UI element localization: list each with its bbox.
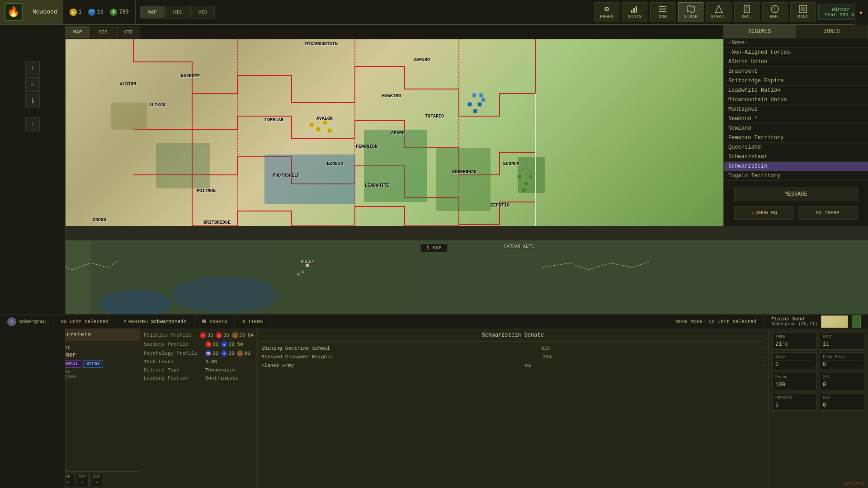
psychology-val3: 88: [244, 351, 250, 356]
oob-label: OOB: [659, 14, 667, 19]
resource-bar: ★ 1 🛡 16 $ 789: [63, 0, 136, 24]
status-unit: No Unit selected: [53, 314, 116, 328]
map-area[interactable]: MICAMOUNTAIN ZEMIRO NAXKOFF HAWKING ALBI…: [66, 39, 723, 226]
profile-politics-row: Politics Profile ★ 33 ♛ 33 ⚔ 33 64: [144, 332, 254, 338]
regime-montagnus[interactable]: Montagnus: [724, 105, 868, 114]
tab-map[interactable]: MAP: [140, 6, 165, 19]
svg-point-1: [606, 9, 608, 10]
smap-button[interactable]: S.MAP: [678, 2, 703, 22]
regime-braunsekt[interactable]: Braunsekt: [724, 67, 868, 76]
svg-rect-24: [436, 148, 491, 211]
terrain-coords: Sobergrau (69,21): [771, 322, 817, 327]
regime-non-aligned[interactable]: -Non-Aligned Forces-: [724, 48, 868, 57]
regime-schwarzstein[interactable]: Schwarzstein: [724, 162, 868, 171]
stat-recon: Recon 100: [772, 373, 817, 390]
status-assets[interactable]: 🏛 ASSETS: [194, 314, 235, 328]
map-canvas[interactable]: MICAMOUNTAIN ZEMIRO NAXKOFF HAWKING ALBI…: [66, 39, 723, 226]
items-label: ITEMS: [248, 319, 263, 324]
rep-button[interactable]: REP.: [762, 2, 788, 22]
nav-arrow[interactable]: ▶: [854, 0, 868, 25]
regime-micamountain[interactable]: Micamountain Union: [724, 95, 868, 105]
label-nucla: NUCLA: [301, 259, 314, 264]
svg-rect-30: [323, 121, 327, 124]
regime-britbridge[interactable]: Britbridge Empire: [724, 76, 868, 86]
regime-togalo[interactable]: Togalo Territory: [724, 171, 868, 181]
show-hq-button[interactable]: ✕ SHOW HQ: [734, 206, 794, 220]
nav-tabs: MAP HIS VID: [136, 0, 590, 24]
stat-temp-value: 21°c: [775, 341, 814, 347]
stat-imp-label: IMP: [79, 475, 86, 479]
stat-exp-label: EXP: [93, 475, 100, 479]
svg-rect-22: [264, 155, 355, 204]
regime-leadwhite[interactable]: Leadwhite Nation: [724, 86, 868, 95]
strat-label: STRAT.: [711, 14, 727, 19]
map-tab-vid[interactable]: VID: [116, 26, 141, 38]
svg-rect-33: [473, 109, 477, 113]
svg-rect-7: [659, 11, 666, 12]
sidebar-move[interactable]: ↑: [25, 117, 40, 131]
show-hq-label: SHOW HQ: [756, 210, 777, 216]
sidebar-zoom-in[interactable]: +: [25, 61, 40, 75]
profile-faction-row: Leading Faction Doctrinists: [144, 375, 254, 381]
senate-panel: Schwarzstein Senate Shining Doctrine Sch…: [258, 328, 769, 488]
regime-schwarzstaat[interactable]: Schwarzstaat: [724, 152, 868, 162]
senate-pct-1: 61%: [541, 346, 550, 351]
stat-temp-label: Temp: [775, 334, 814, 340]
map-tab-map[interactable]: MAP: [66, 26, 90, 38]
profile-society-icons: 👁 33 ♠ 33 50: [205, 341, 243, 347]
status-items[interactable]: ⚙ ITEMS: [235, 314, 271, 328]
prefs-button[interactable]: PREFS: [594, 2, 619, 22]
faction-icon: 🔥: [7, 6, 19, 18]
svg-rect-28: [310, 123, 313, 127]
go-there-button[interactable]: GO THERE: [798, 206, 858, 220]
move-mode: MOVE MODE: No Unit selected: [270, 319, 764, 324]
stat-imp-value: -: [81, 479, 84, 485]
stats-label: STATS: [628, 14, 642, 19]
profile-politics-icons: ★ 33 ♛ 33 ⚔ 33 64: [200, 332, 254, 338]
sidebar-zoom-out[interactable]: −: [25, 77, 40, 92]
tab-vid[interactable]: VID: [190, 6, 215, 19]
stats-button[interactable]: STATS: [622, 2, 647, 22]
society-icon1: 👁: [205, 341, 212, 347]
stat-rad-value: 0: [823, 402, 861, 408]
mini-button[interactable]: MINI: [790, 2, 816, 22]
regime-newbond[interactable]: Newbond *: [724, 114, 868, 124]
regime-list[interactable]: -None- -Non-Aligned Forces- Albion Union…: [724, 38, 868, 194]
money-value: 789: [119, 9, 129, 15]
svg-rect-31: [328, 129, 331, 132]
oob-button[interactable]: OOB: [650, 2, 675, 22]
map-title-bar: MAP HIS VID: [66, 25, 723, 39]
svg-rect-27: [111, 103, 147, 130]
strat-button[interactable]: STRAT.: [706, 2, 731, 22]
senate-row-2: Blessed Crusader Knights 30% -: [261, 353, 764, 361]
dec-button[interactable]: DEC.: [734, 2, 760, 22]
profile-tech-label: Tech Level: [144, 359, 203, 365]
stat-me-value: -: [66, 479, 70, 485]
stat-scav-value: 0: [775, 361, 814, 368]
top-right-buttons: PREFS STATS OOB S.MAP STRAT. DEC. REP.: [590, 0, 868, 24]
status-bar: ⊙ Sobergrau No Unit selected ⚑ REGIME: S…: [0, 314, 868, 328]
message-button[interactable]: MESSAGE: [734, 188, 858, 201]
tab-regimes[interactable]: REGIMES: [724, 25, 796, 38]
terrain-info: Plains Sand Sobergrau (69,21): [764, 315, 868, 328]
regime-pemanan[interactable]: Pemanan Territory: [724, 133, 868, 143]
stat-zoc: ZOC 0: [820, 373, 864, 390]
map-tab-his[interactable]: HIS: [91, 26, 115, 38]
stat-me-label: ME: [66, 475, 71, 479]
regime-none[interactable]: -None-: [724, 38, 868, 48]
psychology-icon3: ⚔: [237, 350, 243, 357]
sidebar-info[interactable]: ℹ: [25, 94, 40, 108]
regime-albion-union[interactable]: Albion Union: [724, 57, 868, 67]
profile-culture-value: Theocratic: [205, 367, 235, 373]
profile-society-label: Society Profile: [144, 342, 203, 347]
politics-val1: 33: [207, 333, 213, 338]
stat-exp-value: -: [95, 479, 99, 485]
prefs-label: PREFS: [600, 14, 613, 19]
tab-his[interactable]: HIS: [165, 6, 190, 19]
tab-zones[interactable]: ZONES: [796, 25, 868, 38]
regime-newland[interactable]: Newland: [724, 124, 868, 133]
senate-dash-1: -: [761, 346, 764, 351]
regime-label-text: REGIME:: [128, 319, 149, 324]
regime-queensland[interactable]: Queensland: [724, 143, 868, 152]
svg-rect-6: [659, 9, 666, 9]
